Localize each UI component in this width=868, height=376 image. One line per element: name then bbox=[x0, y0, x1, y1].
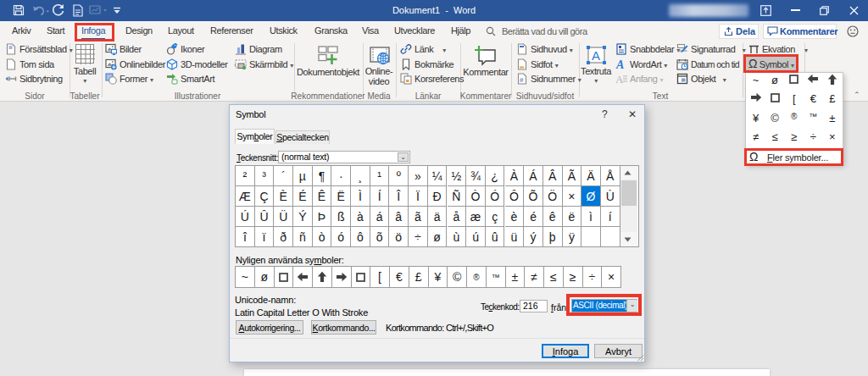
svg-text:A: A bbox=[592, 48, 600, 63]
svg-text:A: A bbox=[615, 58, 624, 70]
svg-text:A: A bbox=[615, 73, 624, 85]
